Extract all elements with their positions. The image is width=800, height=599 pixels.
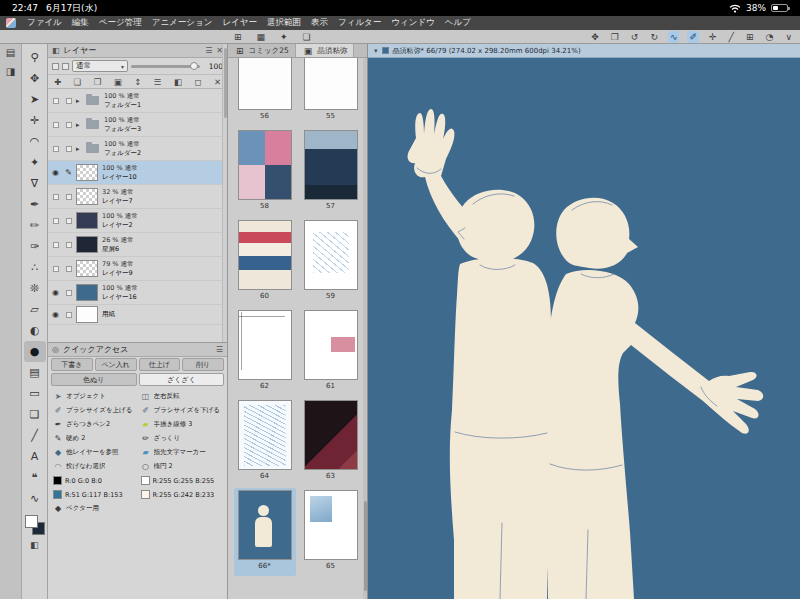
- page-thumbnail[interactable]: [304, 310, 358, 380]
- page-cell[interactable]: 59: [300, 218, 362, 306]
- hand-tool[interactable]: ✥: [24, 68, 46, 89]
- menu-item[interactable]: 選択範囲: [262, 17, 306, 29]
- page-cell[interactable]: 64: [234, 398, 296, 486]
- auto-action-icon[interactable]: ✦: [278, 31, 290, 43]
- vector-line-icon[interactable]: ∿: [668, 31, 680, 43]
- layer-mask-icon[interactable]: ▣: [114, 77, 122, 87]
- page-thumbnail[interactable]: [238, 400, 292, 470]
- gradient-tool[interactable]: ▤: [24, 362, 46, 383]
- layer-visibility-toggle[interactable]: [50, 242, 61, 248]
- delete-layer-icon[interactable]: ✕: [214, 77, 221, 87]
- layer-visibility-toggle[interactable]: [50, 146, 61, 152]
- menu-item[interactable]: 編集: [67, 17, 94, 29]
- layer-visibility-toggle[interactable]: ◉: [50, 169, 61, 177]
- page-cell[interactable]: 57: [300, 128, 362, 216]
- swap-palette-icon[interactable]: ◨: [4, 66, 17, 78]
- color-chips[interactable]: [25, 515, 45, 535]
- duplicate-layer-icon[interactable]: ❐: [94, 77, 102, 87]
- qa-item[interactable]: ✐ブラシサイズを上げる: [51, 404, 137, 417]
- expand-triangle-icon[interactable]: ▸: [76, 145, 84, 153]
- rotate-view-icon[interactable]: ◔: [764, 31, 776, 43]
- redo-icon[interactable]: ↻: [648, 31, 660, 43]
- qa-item[interactable]: R:255 G:242 B:233: [139, 488, 225, 501]
- wand-tool[interactable]: ✦: [24, 152, 46, 173]
- qa-item[interactable]: ▰手描き線修 3: [139, 418, 225, 431]
- blend-checkbox-2[interactable]: [62, 63, 69, 70]
- expand-triangle-icon[interactable]: ▸: [76, 121, 84, 129]
- menu-item[interactable]: フィルター: [333, 17, 386, 29]
- page-thumbnail[interactable]: [304, 130, 358, 200]
- frame-border-tool[interactable]: ❏: [24, 404, 46, 425]
- menu-item[interactable]: アニメーション: [147, 17, 218, 29]
- layer-row[interactable]: ◉✎100 % 通常レイヤー10: [48, 161, 227, 185]
- palette-menu-icon[interactable]: ☰: [205, 46, 212, 55]
- layer-row[interactable]: 32 % 通常レイヤー7: [48, 185, 227, 209]
- qa-item[interactable]: R:255 G:255 B:255: [139, 474, 225, 487]
- qa-item[interactable]: R:51 G:117 B:153: [51, 488, 137, 501]
- page-cell[interactable]: 63: [300, 398, 362, 486]
- object-tool[interactable]: ➤: [24, 89, 46, 110]
- page-thumbnail[interactable]: [304, 400, 358, 470]
- page-cell[interactable]: 62: [234, 308, 296, 396]
- page-cell[interactable]: 58: [234, 128, 296, 216]
- layer-visibility-toggle[interactable]: ◉: [50, 289, 61, 297]
- pages-tab[interactable]: ▣晶須粘弥: [296, 44, 355, 57]
- clip-layer-icon[interactable]: ◧: [174, 77, 182, 87]
- pencil-tool[interactable]: ✏: [24, 215, 46, 236]
- material-panel-icon[interactable]: ❏: [301, 31, 313, 43]
- blend-tool[interactable]: ◐: [24, 320, 46, 341]
- merge-layer-icon[interactable]: ☰: [154, 77, 162, 87]
- page-manager-icon[interactable]: ⊞: [232, 31, 244, 43]
- qa-preset[interactable]: ざくざく: [139, 373, 225, 386]
- layer-visibility-toggle[interactable]: [50, 194, 61, 200]
- page-thumbnail[interactable]: [238, 220, 292, 290]
- collapse-palette-icon[interactable]: ▤: [4, 47, 17, 59]
- balloon-tool[interactable]: ❝: [24, 467, 46, 488]
- menu-item[interactable]: ページ管理: [94, 17, 147, 29]
- new-folder-icon[interactable]: ❏: [74, 77, 82, 87]
- pages-tab[interactable]: ⊞コミック25: [228, 44, 296, 57]
- layer-row[interactable]: 100 % 通常レイヤー2: [48, 209, 227, 233]
- qa-item[interactable]: ➤オブジェクト: [51, 390, 137, 403]
- qa-item[interactable]: ✎硬め 2: [51, 432, 137, 445]
- layer-visibility-toggle[interactable]: [50, 122, 61, 128]
- zoom-tool[interactable]: ⚲: [24, 47, 46, 68]
- page-thumbnail[interactable]: [304, 220, 358, 290]
- airbrush-tool[interactable]: ∴: [24, 257, 46, 278]
- qa-preset[interactable]: 削り: [182, 358, 224, 371]
- lasso-tool[interactable]: ◠: [24, 131, 46, 152]
- qa-item[interactable]: ✐ブラシサイズを下げる: [139, 404, 225, 417]
- qa-preset[interactable]: 下書き: [51, 358, 93, 371]
- page-cell[interactable]: 61: [300, 308, 362, 396]
- correct-line-icon[interactable]: ✐: [687, 31, 699, 43]
- snap-cross-icon[interactable]: ✛: [707, 31, 719, 43]
- decoration-tool[interactable]: ❊: [24, 278, 46, 299]
- page-cell[interactable]: 65: [300, 488, 362, 576]
- grid-icon[interactable]: ⊞: [744, 31, 756, 43]
- qa-menu-icon[interactable]: ☰: [216, 345, 223, 354]
- transform-icon[interactable]: ❐: [609, 31, 621, 43]
- qa-item[interactable]: ○楕円 2: [139, 460, 225, 473]
- chevron-down-icon[interactable]: ▾: [374, 47, 378, 55]
- qa-item[interactable]: ▰指先文字マーカー: [139, 446, 225, 459]
- brush-tool[interactable]: ✑: [24, 236, 46, 257]
- ruler-tool[interactable]: ╱: [24, 425, 46, 446]
- page-thumbnail[interactable]: [304, 58, 358, 110]
- layer-row[interactable]: 26 % 通常星屑6: [48, 233, 227, 257]
- opacity-slider[interactable]: [131, 65, 200, 68]
- pages-scrollbar[interactable]: [363, 58, 367, 599]
- pen-tool[interactable]: ✒: [24, 194, 46, 215]
- page-cell[interactable]: 66*: [234, 488, 296, 576]
- menu-item[interactable]: 表示: [306, 17, 333, 29]
- lock-layer-icon[interactable]: ◻: [194, 77, 201, 87]
- layer-scrollbar[interactable]: [222, 44, 227, 342]
- qa-item[interactable]: ◫左右反転: [139, 390, 225, 403]
- qa-item[interactable]: ◠投げなわ選択: [51, 460, 137, 473]
- clip-studio-logo-icon[interactable]: [6, 18, 16, 28]
- layer-move-tool[interactable]: ✛: [24, 110, 46, 131]
- layer-row[interactable]: ▸100 % 通常フォルダー3: [48, 113, 227, 137]
- page-cell[interactable]: 55: [300, 58, 362, 126]
- main-color-chip[interactable]: [25, 515, 38, 528]
- page-thumbnail[interactable]: [238, 58, 292, 110]
- layer-visibility-toggle[interactable]: [50, 266, 61, 272]
